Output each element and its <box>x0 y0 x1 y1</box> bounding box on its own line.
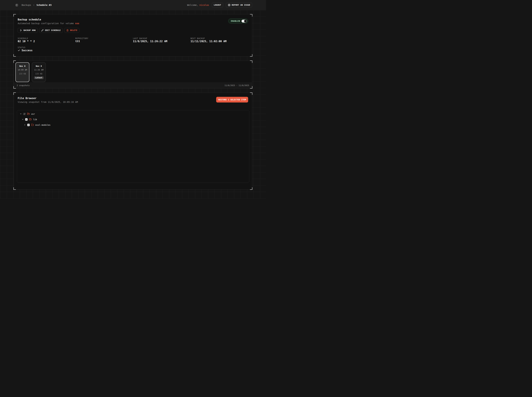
snapshot-date: Nov 8 <box>16 65 29 67</box>
panel-subtitle: Viewing snapshot from 11/8/2025, 10:09:1… <box>18 100 78 104</box>
tree-row-ossl-modules[interactable]: ossl-modules <box>24 122 247 128</box>
snapshot-time: 11:26 AM <box>32 69 45 71</box>
tree-item-name: lib <box>33 118 37 121</box>
restore-selected-button[interactable]: RESTORE 1 SELECTED ITEM <box>216 97 248 102</box>
switch-knob <box>244 20 247 22</box>
tree-item-name: usr <box>31 113 35 115</box>
snapshot-date-range: 11/8/2025 - 11/8/2025 <box>224 84 249 87</box>
corner-bracket <box>250 86 252 88</box>
snapshot-card-selected[interactable]: Nov 8 10:09 AM 133 KB <box>15 62 29 82</box>
delete-button[interactable]: DELETE <box>64 28 80 33</box>
breadcrumb-current: Schedule #3 <box>37 4 52 6</box>
logout-button[interactable]: LOGOUT <box>212 3 223 7</box>
corner-bracket <box>13 86 16 88</box>
corner-bracket <box>13 54 16 57</box>
field-value: 11/11/2025, 11:02:00 AM <box>190 40 248 43</box>
breadcrumb-separator-icon <box>33 4 35 6</box>
backup-schedule-panel: Backup schedule Automated backup configu… <box>14 14 252 56</box>
snapshots-footer: 2 snapshots 11/8/2025 - 11/8/2025 <box>14 82 252 88</box>
field-label: REPOSITORY <box>75 37 133 40</box>
field-last-backup: LAST BACKUP 11/8/2025, 11:26:22 AM <box>133 37 190 43</box>
chevron-right-icon[interactable] <box>24 124 27 126</box>
tree-item-name: ossl-modules <box>35 124 51 126</box>
chevron-down-icon[interactable] <box>20 113 23 115</box>
field-label: SCHEDULE <box>18 37 75 40</box>
corner-bracket <box>13 93 16 95</box>
field-label: LAST BACKUP <box>133 37 190 40</box>
field-value: 02 10 * * 2 <box>18 40 75 43</box>
field-status: STATUS Success <box>18 46 75 52</box>
corner-bracket <box>13 61 16 63</box>
chevron-down-icon[interactable] <box>22 118 25 120</box>
field-label: STATUS <box>18 46 75 49</box>
corner-bracket <box>250 61 252 63</box>
field-next-backup: NEXT BACKUP 11/11/2025, 11:02:00 AM <box>190 37 248 43</box>
snapshot-card-latest[interactable]: Nov 8 11:26 AM 133 KB Latest <box>32 62 46 82</box>
corner-bracket <box>250 187 252 190</box>
status-value: Success <box>22 49 32 52</box>
file-browser-panel: File Browser Viewing snapshot from 11/8/… <box>14 93 252 190</box>
checkbox-usr[interactable] <box>23 113 26 115</box>
life-buoy-icon <box>228 4 230 6</box>
enabled-toggle[interactable]: ENABLED <box>228 19 248 24</box>
snapshot-size: 133 KB <box>32 73 45 75</box>
latest-badge: Latest <box>34 76 44 79</box>
field-schedule: SCHEDULE 02 10 * * 2 <box>18 37 75 43</box>
username: nicolas <box>199 4 209 6</box>
panel-subtitle: Automated backup configuration for volum… <box>18 22 79 25</box>
folder-open-icon <box>29 118 32 121</box>
breadcrumb: Backups Schedule #3 <box>21 4 52 6</box>
corner-bracket <box>13 14 16 17</box>
corner-bracket <box>250 14 252 17</box>
trash-icon <box>66 29 69 31</box>
top-bar: Backups Schedule #3 Welcome, nicolas LOG… <box>0 0 266 10</box>
checkbox-lib[interactable] <box>25 118 28 121</box>
file-tree: usr lib ossl-modules <box>17 110 249 183</box>
welcome-text: Welcome, nicolas <box>187 4 209 6</box>
check-icon <box>18 49 20 52</box>
play-icon <box>20 29 22 31</box>
pencil-icon <box>41 29 44 31</box>
volume-name: sss <box>75 22 79 25</box>
sidebar-toggle-icon[interactable] <box>16 4 18 6</box>
enabled-label: ENABLED <box>231 20 240 22</box>
snapshots-panel: Nov 8 10:09 AM 133 KB Nov 8 11:26 AM 133… <box>14 61 252 88</box>
corner-bracket <box>13 187 16 190</box>
checkbox-ossl-modules[interactable] <box>27 124 30 126</box>
enabled-switch[interactable] <box>241 20 247 23</box>
backup-now-button[interactable]: BACKUP NOW <box>18 28 38 33</box>
snapshot-time: 10:09 AM <box>16 69 29 71</box>
panel-title: File Browser <box>18 97 78 100</box>
tree-row-usr[interactable]: usr <box>20 111 247 117</box>
field-label: NEXT BACKUP <box>190 37 248 40</box>
snapshot-size: 133 KB <box>16 73 29 75</box>
panel-title: Backup schedule <box>18 18 79 21</box>
folder-icon <box>31 124 34 126</box>
report-issue-button[interactable]: REPORT AN ISSUE <box>226 3 252 7</box>
corner-bracket <box>250 54 252 57</box>
field-repository: REPOSITORY ttt <box>75 37 133 43</box>
snapshot-count: 2 snapshots <box>17 84 30 87</box>
field-value: 11/8/2025, 11:26:22 AM <box>133 40 190 43</box>
edit-schedule-button[interactable]: EDIT SCHEDULE <box>39 28 63 33</box>
tree-row-lib[interactable]: lib <box>22 117 247 122</box>
field-value: ttt <box>75 40 133 43</box>
corner-bracket <box>250 93 252 95</box>
breadcrumb-backups[interactable]: Backups <box>22 4 31 6</box>
snapshot-date: Nov 8 <box>32 65 45 67</box>
folder-open-icon <box>27 112 30 115</box>
